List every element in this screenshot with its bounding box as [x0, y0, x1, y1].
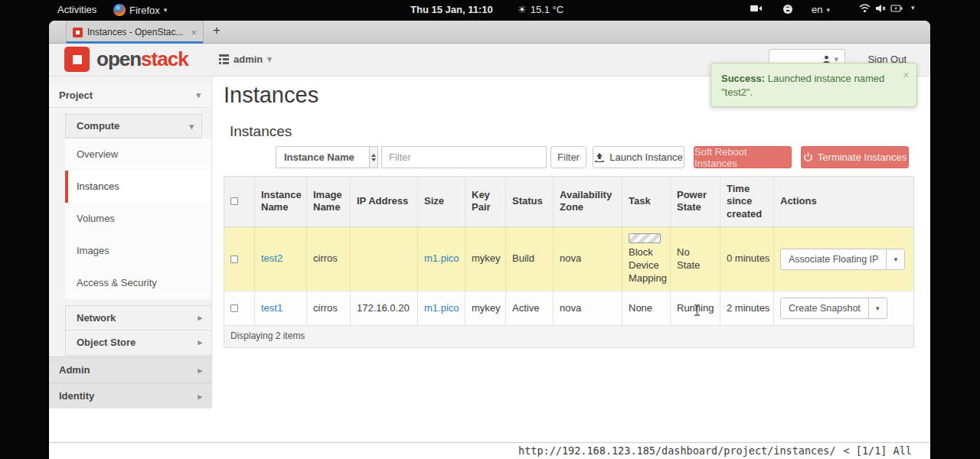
table-footer-count: Displaying 2 items — [224, 326, 914, 348]
page-viewport: openstack admin ▾ ▾ Sign Out Success: La… — [49, 44, 930, 442]
col-image-name[interactable]: Image Name — [307, 177, 351, 227]
weather-indicator: ☀ 15.1 °C — [518, 4, 564, 15]
select-stepper-icon — [369, 147, 377, 168]
main-content: Instances Instances Instance Name Filter… — [213, 76, 930, 442]
chevron-down-icon: ▾ — [189, 115, 194, 138]
filter-input[interactable] — [381, 146, 547, 168]
browser-status-bar: http://192.168.123.185/dashboard/project… — [49, 442, 930, 459]
instance-link[interactable]: test2 — [261, 252, 283, 264]
gnome-top-bar: Activities Firefox ▾ Thu 15 Jan, 11:10 ☀… — [0, 0, 980, 21]
table-title: Instances — [230, 123, 292, 140]
chevron-down-icon: ▾ — [164, 6, 168, 14]
openstack-logo[interactable]: openstack — [64, 47, 188, 72]
system-menu-chevron-icon[interactable]: ▾ — [911, 4, 915, 11]
chevron-right-icon: ▸ — [198, 357, 202, 382]
sidebar-section-project[interactable]: Project ▾ — [49, 83, 211, 108]
sidebar-section-admin[interactable]: Admin ▸ — [49, 356, 211, 382]
tab-close-icon[interactable]: × — [191, 28, 197, 37]
size-link[interactable]: m1.pico — [424, 252, 459, 264]
openstack-logo-text: openstack — [96, 47, 188, 71]
table-row: test2 cirros m1.pico mykey Build nova Bl… — [224, 226, 914, 291]
row-action-group: Create Snapshot ▾ — [780, 298, 887, 319]
firefox-app-menu[interactable]: Firefox ▾ — [113, 4, 167, 16]
chevron-right-icon: ▸ — [198, 306, 202, 330]
sun-icon: ☀ — [518, 4, 527, 15]
create-snapshot-button[interactable]: Create Snapshot — [781, 298, 868, 318]
tab-strip: Instances - OpenStac... × + — [49, 21, 930, 44]
instances-table: Instance Name Image Name IP Address Size… — [224, 176, 914, 348]
clock[interactable]: Thu 15 Jan, 11:10 — [410, 4, 493, 15]
col-task[interactable]: Task — [622, 177, 671, 227]
table-toolbar: Instance Name Filter Launch Instance Sof… — [213, 146, 930, 169]
screen-record-icon[interactable] — [750, 4, 763, 13]
caffeine-icon[interactable] — [782, 4, 794, 15]
row-checkbox[interactable] — [230, 304, 238, 312]
cloud-upload-icon — [594, 153, 605, 162]
filter-field-select[interactable]: Instance Name — [276, 146, 378, 168]
status-url: http://192.168.123.185/dashboard/project… — [518, 444, 836, 457]
col-size[interactable]: Size — [418, 177, 466, 227]
openstack-logo-icon — [64, 47, 90, 72]
action-dropdown-icon[interactable]: ▾ — [868, 298, 887, 318]
select-all-checkbox[interactable] — [230, 197, 238, 205]
sidebar-compute-items: Overview Instances Volumes Images Access… — [65, 138, 211, 299]
sidebar-panel-compute[interactable]: Compute ▾ — [65, 114, 202, 138]
chevron-down-icon: ▾ — [196, 83, 201, 107]
firefox-icon — [113, 4, 126, 16]
wifi-icon[interactable] — [859, 4, 871, 13]
power-icon — [803, 152, 813, 162]
terminate-instances-button[interactable]: Terminate Instances — [801, 146, 909, 168]
sidebar-panel-network[interactable]: Network ▸ — [65, 305, 211, 330]
toast-title: Success: — [721, 73, 765, 84]
chevron-down-icon: ▾ — [267, 54, 272, 64]
col-availability-zone[interactable]: Availability Zone — [554, 177, 622, 227]
task-label: Block Device Mapping — [629, 246, 667, 284]
chevron-right-icon: ▸ — [198, 330, 202, 355]
launch-instance-button[interactable]: Launch Instance — [593, 146, 684, 168]
battery-icon[interactable] — [890, 4, 903, 13]
sidebar-section-identity[interactable]: Identity ▸ — [49, 382, 211, 409]
col-status[interactable]: Status — [506, 177, 554, 227]
chevron-right-icon: ▸ — [198, 383, 202, 409]
table-header-row: Instance Name Image Name IP Address Size… — [224, 177, 914, 227]
associate-floating-ip-button[interactable]: Associate Floating IP — [781, 249, 886, 269]
col-instance-name[interactable]: Instance Name — [255, 177, 307, 227]
browser-window: Instances - OpenStac... × + openstack ad… — [49, 21, 930, 459]
text-cursor-pointer — [693, 304, 701, 317]
tab-title: Instances - OpenStac... — [87, 27, 186, 37]
activities-button[interactable]: Activities — [57, 4, 96, 15]
filter-button[interactable]: Filter — [550, 146, 586, 168]
project-context-menu[interactable]: admin ▾ — [219, 54, 272, 65]
keyboard-layout-menu[interactable]: en ▾ — [812, 4, 830, 15]
grid-icon — [219, 54, 229, 64]
sidebar-item-instances[interactable]: Instances — [65, 171, 211, 203]
volume-muted-icon[interactable] — [875, 4, 887, 13]
col-ip-address[interactable]: IP Address — [351, 177, 418, 227]
sidebar: Project ▾ Compute ▾ Overview Instances V… — [49, 76, 212, 407]
task-progress-bar — [629, 233, 661, 243]
status-pagination: < [1/1] All — [844, 444, 912, 457]
sidebar-item-images[interactable]: Images — [65, 235, 211, 267]
size-link[interactable]: m1.pico — [424, 302, 459, 314]
toast-close-icon[interactable]: × — [903, 69, 910, 80]
col-time-since-created[interactable]: Time since created — [720, 177, 774, 227]
instance-link[interactable]: test1 — [261, 302, 283, 314]
col-key-pair[interactable]: Key Pair — [466, 177, 506, 227]
sidebar-panel-object-store[interactable]: Object Store ▸ — [65, 330, 211, 356]
new-tab-button[interactable]: + — [208, 23, 225, 38]
row-checkbox[interactable] — [230, 256, 238, 263]
table-row: test1 cirros 172.16.0.20 m1.pico mykey A… — [224, 291, 914, 326]
openstack-favicon-icon — [73, 28, 83, 37]
action-dropdown-icon[interactable]: ▾ — [886, 249, 904, 269]
page-title: Instances — [224, 83, 318, 108]
success-toast: Success: Launched instance named "test2"… — [710, 63, 917, 107]
chevron-down-icon: ▾ — [826, 6, 830, 14]
col-power-state[interactable]: Power State — [671, 177, 720, 227]
sidebar-item-overview[interactable]: Overview — [65, 138, 211, 171]
col-actions[interactable]: Actions — [774, 177, 914, 227]
sidebar-item-volumes[interactable]: Volumes — [65, 203, 211, 235]
row-action-group: Associate Floating IP ▾ — [780, 249, 905, 270]
soft-reboot-instances-button[interactable]: Soft Reboot Instances — [694, 146, 792, 168]
sidebar-item-access-security[interactable]: Access & Security — [65, 267, 211, 299]
browser-tab[interactable]: Instances - OpenStac... × — [66, 21, 204, 44]
